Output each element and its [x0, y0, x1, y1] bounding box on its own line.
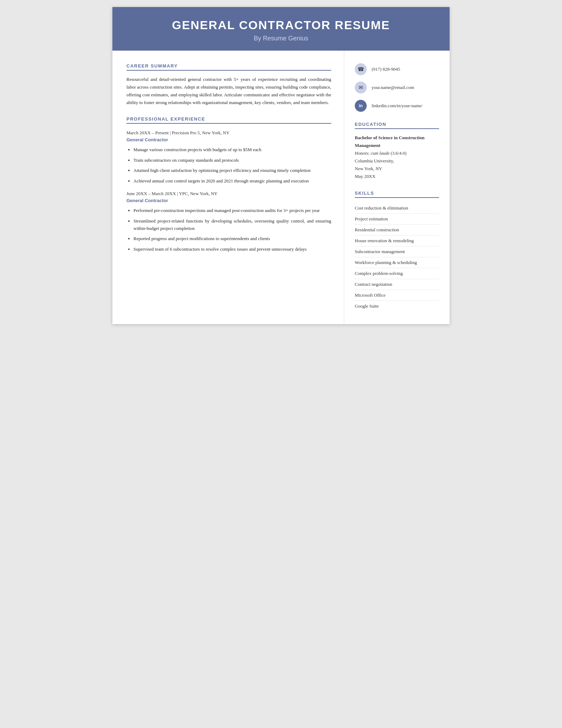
list-item: Attained high client satisfaction by opt…	[133, 167, 331, 174]
contact-linkedin: in linkedin.com/in/your-name/	[355, 100, 439, 112]
contact-section: ☎ (917) 828-9045 ✉ your.name@email.com i…	[355, 63, 439, 112]
linkedin-icon: in	[355, 100, 367, 112]
career-summary-title: CAREER SUMMARY	[126, 63, 331, 71]
skill-item: Google Suite	[355, 301, 439, 311]
skills-list: Cost reduction & elimination Project est…	[355, 203, 439, 311]
email-address: your.name@email.com	[372, 85, 414, 90]
email-icon: ✉	[355, 82, 367, 94]
skill-item: Workforce planning & scheduling	[355, 257, 439, 268]
side-column: ☎ (917) 828-9045 ✉ your.name@email.com i…	[344, 51, 450, 324]
linkedin-url: linkedin.com/in/your-name/	[372, 103, 423, 109]
list-item: Manage various construction projects wit…	[133, 146, 331, 153]
phone-number: (917) 828-9045	[372, 66, 400, 72]
job-2-bullets: Performed pre-construction inspections a…	[126, 207, 331, 253]
contact-phone: ☎ (917) 828-9045	[355, 63, 439, 75]
job-1-header: March 20XX – Present | Precision Pro 5, …	[126, 130, 331, 136]
degree-name: Bachelor of Science in Construction Mana…	[355, 134, 439, 149]
education-honors: Honors: cum laude (3.6/4.0)	[355, 149, 439, 157]
list-item: Achieved annual cost control targets in …	[133, 177, 331, 185]
career-summary-text: Resourceful and detail-oriented general …	[126, 76, 331, 107]
main-column: CAREER SUMMARY Resourceful and detail-or…	[112, 51, 344, 324]
resume-page: GENERAL CONTRACTOR RESUME By Resume Geni…	[112, 7, 450, 324]
honors-gpa: (3.6/4.0)	[391, 150, 406, 156]
job-1-title: General Contractor	[126, 137, 331, 142]
education-title: EDUCATION	[355, 122, 439, 129]
list-item: Reported progress and project modificati…	[133, 235, 331, 242]
skills-title: SKILLS	[355, 191, 439, 198]
honors-label: Honors:	[355, 150, 370, 156]
contact-email: ✉ your.name@email.com	[355, 82, 439, 94]
skill-item: Complex problem-solving	[355, 268, 439, 279]
education-university: Columbia University,	[355, 157, 439, 165]
resume-subtitle: By Resume Genius	[126, 35, 436, 42]
list-item: Performed pre-construction inspections a…	[133, 207, 331, 214]
skill-item: Microsoft Office	[355, 290, 439, 301]
job-2-title: General Contractor	[126, 198, 331, 203]
skill-item: Residential construction	[355, 225, 439, 236]
education-location: New York, NY	[355, 165, 439, 173]
skill-item: Contract negotiation	[355, 279, 439, 290]
skill-item: Subcontractor management	[355, 246, 439, 257]
skill-item: House renovation & remodeling	[355, 236, 439, 246]
skill-item: Cost reduction & elimination	[355, 203, 439, 214]
header: GENERAL CONTRACTOR RESUME By Resume Geni…	[112, 7, 450, 51]
job-1-bullets: Manage various construction projects wit…	[126, 146, 331, 185]
education-block: Bachelor of Science in Construction Mana…	[355, 134, 439, 181]
education-date: May 20XX	[355, 173, 439, 180]
list-item: Supervised team of 6 subcontractors to r…	[133, 245, 331, 253]
resume-title: GENERAL CONTRACTOR RESUME	[126, 18, 436, 32]
skill-item: Project estimation	[355, 214, 439, 225]
list-item: Train subcontractors on company standard…	[133, 156, 331, 164]
honors-value: cum laude	[371, 150, 390, 156]
list-item: Streamlined project-related functions by…	[133, 217, 331, 232]
professional-experience-title: PROFESSIONAL EXPERIENCE	[126, 116, 331, 124]
job-2-header: June 20XX – March 20XX | YPC, New York, …	[126, 191, 331, 197]
phone-icon: ☎	[355, 63, 367, 75]
content-area: CAREER SUMMARY Resourceful and detail-or…	[112, 51, 450, 324]
